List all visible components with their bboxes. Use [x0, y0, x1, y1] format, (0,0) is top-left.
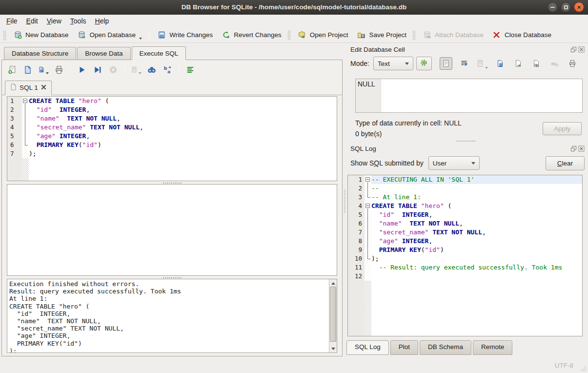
open-database-label: Open Database	[90, 31, 136, 39]
tab-db-schema[interactable]: DB Schema	[420, 340, 471, 355]
toolbar-grip[interactable]	[412, 30, 416, 40]
results-grid-pane[interactable]	[7, 184, 337, 276]
scrollbar-thumb[interactable]	[330, 287, 336, 342]
sql-tab[interactable]: SQL 1	[5, 81, 52, 95]
attach-database-button[interactable]: Attach Database	[418, 28, 487, 42]
close-panel-icon[interactable]	[578, 145, 585, 152]
menu-help[interactable]: Help	[91, 16, 114, 26]
cell-mode-row: Mode: Text	[346, 54, 586, 73]
main-toolbar: New Database Open Database Write Changes…	[0, 27, 588, 43]
tab-remote[interactable]: Remote	[473, 340, 512, 355]
minimize-button[interactable]	[547, 2, 558, 12]
sql-editor[interactable]: 1CREATE TABLE "hero" (2 "id" INTEGER,3 "…	[7, 96, 337, 181]
open-database-button[interactable]: Open Database	[73, 28, 146, 42]
edit-cell-title: Edit Database Cell	[350, 46, 569, 53]
import-cell-icon[interactable]	[494, 57, 507, 70]
tab-sql-log[interactable]: SQL Log	[346, 340, 389, 355]
menu-edit[interactable]: Edit	[22, 16, 42, 26]
print-cell-icon[interactable]	[566, 57, 579, 70]
write-changes-icon	[156, 30, 167, 41]
save-cell-icon[interactable]	[476, 57, 488, 70]
revert-changes-button[interactable]: Revert Changes	[217, 28, 285, 42]
word-wrap-icon[interactable]	[458, 57, 470, 70]
write-changes-button[interactable]: Write Changes	[152, 28, 217, 42]
menu-view[interactable]: View	[42, 16, 66, 26]
close-database-icon	[491, 30, 502, 41]
main-content: Database Structure Browse Data Execute S…	[0, 43, 588, 358]
save-results-icon[interactable]	[131, 64, 142, 75]
execute-line-icon[interactable]	[92, 64, 103, 75]
cell-editor[interactable]: NULL	[355, 79, 583, 113]
cell-log-splitter[interactable]	[346, 139, 586, 145]
float-panel-icon[interactable]	[570, 46, 577, 53]
print-icon[interactable]	[54, 64, 64, 75]
main-splitter[interactable]	[343, 43, 346, 358]
tab-execute-sql[interactable]: Execute SQL	[132, 46, 186, 60]
toolbar-separator	[179, 65, 179, 75]
log-filter-row: Show SQL submitted by User Clear	[346, 154, 586, 172]
new-database-label: New Database	[25, 31, 69, 39]
open-sql-tab-icon[interactable]	[7, 64, 18, 75]
window-controls: ×	[547, 2, 584, 12]
encoding-indicator[interactable]: UTF-8	[555, 362, 573, 369]
tab-browse-data[interactable]: Browse Data	[77, 47, 130, 60]
set-null-icon[interactable]	[548, 57, 561, 70]
open-sql-file-new-tab-icon[interactable]	[38, 64, 49, 75]
sql-log-code: 1-- EXECUTING ALL IN 'SQL 1'2--3-- At li…	[348, 175, 582, 336]
open-database-icon	[77, 30, 87, 41]
maximize-button[interactable]	[561, 2, 571, 12]
toolbar-separator	[124, 65, 125, 75]
log-filter-select[interactable]: User	[428, 156, 480, 170]
scrollbar[interactable]	[329, 279, 337, 352]
cell-type-info: Type of data currently in cell: NULL	[355, 118, 543, 128]
close-tab-icon[interactable]	[41, 84, 46, 91]
save-project-icon	[356, 30, 367, 41]
open-project-button[interactable]: Open Project	[293, 28, 352, 42]
editor-results-splitter[interactable]	[2, 181, 342, 184]
toolbar-grip[interactable]	[287, 30, 291, 40]
scroll-up-icon[interactable]	[330, 280, 336, 287]
text-mode-icon[interactable]	[440, 57, 452, 70]
new-database-button[interactable]: New Database	[8, 28, 73, 42]
sql-log-view[interactable]: 1-- EXECUTING ALL IN 'SQL 1'2--3-- At li…	[347, 175, 583, 336]
titlebar: DB Browser for SQLite - /home/user/code/…	[0, 0, 588, 15]
cell-toolbar	[440, 57, 586, 70]
close-panel-icon[interactable]	[578, 46, 585, 53]
float-panel-icon[interactable]	[570, 145, 577, 152]
open-database-dropdown-icon[interactable]	[139, 38, 142, 40]
cell-editor-body[interactable]	[381, 79, 582, 112]
new-database-icon	[12, 30, 23, 41]
clear-log-button[interactable]: Clear	[546, 156, 585, 170]
tab-plot[interactable]: Plot	[390, 340, 418, 355]
resize-grip-icon[interactable]	[580, 365, 587, 372]
mode-select[interactable]: Text	[373, 57, 413, 70]
execute-all-icon[interactable]	[77, 64, 87, 75]
apply-button[interactable]: Apply	[543, 122, 582, 135]
tab-database-structure[interactable]: Database Structure	[4, 47, 76, 60]
execution-message-pane[interactable]: Execution finished without errors. Resul…	[7, 279, 337, 353]
save-project-button[interactable]: Save Project	[352, 28, 411, 42]
maximize-icon	[564, 5, 568, 9]
open-project-icon	[297, 30, 307, 41]
close-database-button[interactable]: Close Database	[487, 28, 555, 42]
export-cell-icon[interactable]	[512, 57, 525, 70]
toolbar-grip[interactable]	[3, 30, 6, 40]
menu-file[interactable]: File	[2, 16, 22, 26]
auto-apply-button[interactable]	[416, 57, 432, 70]
log-filter-value: User	[433, 160, 447, 167]
copy-link-icon[interactable]	[530, 57, 543, 70]
mode-value: Text	[378, 60, 390, 67]
mode-label: Mode:	[350, 60, 369, 67]
stop-icon[interactable]	[108, 64, 119, 75]
format-sql-icon[interactable]	[185, 64, 196, 75]
find-icon[interactable]	[146, 64, 157, 75]
scroll-down-icon[interactable]	[330, 345, 336, 352]
menu-tools[interactable]: Tools	[66, 16, 91, 26]
chevron-down-icon	[471, 162, 475, 165]
save-project-label: Save Project	[369, 31, 407, 39]
bottom-tab-bar: SQL Log Plot DB Schema Remote	[346, 340, 586, 355]
open-sql-file-icon[interactable]	[22, 64, 33, 75]
close-window-button[interactable]: ×	[574, 2, 584, 12]
replace-icon[interactable]: ba	[162, 64, 173, 75]
toolbar-separator	[70, 65, 71, 75]
